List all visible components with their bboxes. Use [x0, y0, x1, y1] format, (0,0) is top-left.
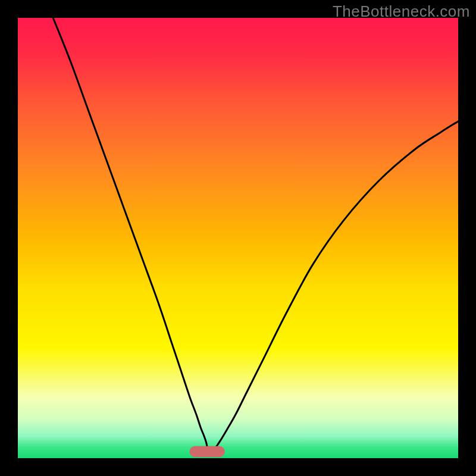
- chart-plot-area: [18, 18, 458, 458]
- chart-background: [18, 18, 458, 458]
- bottleneck-marker: [190, 446, 225, 458]
- chart-svg: [18, 18, 458, 458]
- chart-frame: TheBottleneck.com: [0, 0, 476, 476]
